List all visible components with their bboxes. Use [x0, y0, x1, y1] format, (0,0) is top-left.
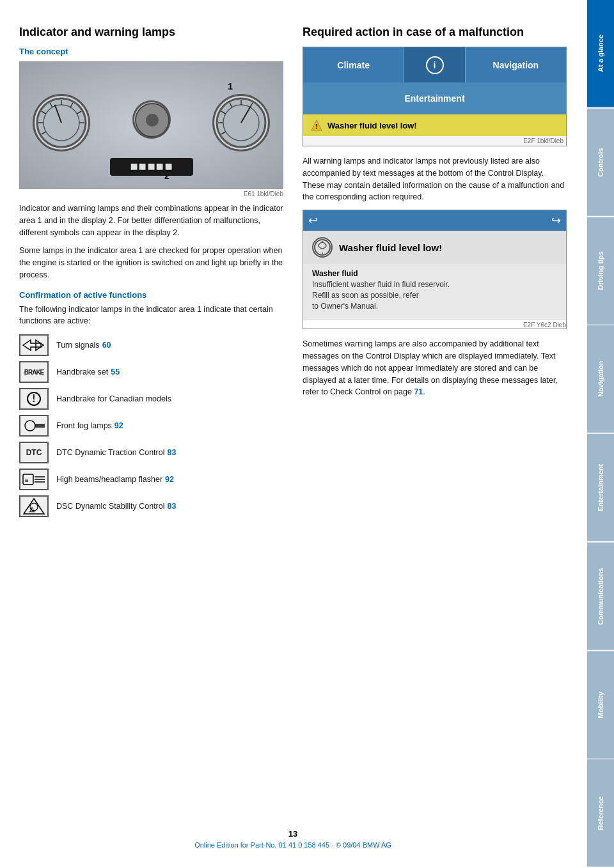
sidebar-item-communications[interactable]: Communications	[587, 543, 614, 650]
footer: 13 Online Edition for Part-No. 01 41 0 1…	[0, 829, 586, 849]
sidebar: At a glance Controls Driving tips Naviga…	[587, 0, 614, 868]
right-column: Required action in case of a malfunction…	[303, 26, 567, 522]
sidebar-item-controls[interactable]: Controls	[587, 109, 614, 216]
sidebar-item-entertainment[interactable]: Entertainment	[587, 434, 614, 541]
gauge-left	[33, 94, 90, 151]
sidebar-item-at-a-glance[interactable]: At a glance	[587, 0, 614, 107]
icon-list: Turn signals60 BRAKE Handbrake set55 ! H…	[19, 334, 283, 518]
body-text-2-right: Sometimes warning lamps are also accompa…	[303, 338, 567, 398]
list-item: BRAKE Handbrake set55	[19, 360, 283, 384]
washer-fluid-icon	[312, 237, 333, 258]
main-content: Indicator and warning lamps The concept	[0, 0, 586, 560]
icon-label-handbrake: Handbrake set55	[56, 368, 120, 376]
icon-turn-signals	[19, 334, 49, 356]
svg-point-21	[146, 114, 159, 127]
screen1-climate: Climate	[303, 47, 404, 82]
sidebar-item-mobility[interactable]: Mobility	[587, 651, 614, 759]
screen2-detail-line1: Insufficient washer fluid in fluid reser…	[312, 279, 557, 290]
section-title-right: Required action in case of a malfunction	[303, 26, 567, 39]
screen2-image-note: E2F Y6c2 Dieb	[303, 322, 566, 329]
info-circle-icon: i	[426, 56, 444, 74]
section-title-left: Indicator and warning lamps	[19, 26, 283, 39]
confirmation-title: Confirmation of active functions	[19, 290, 283, 300]
screen2-title-text: Washer fluid level low!	[339, 242, 442, 253]
svg-text:≡: ≡	[25, 477, 29, 484]
screen2-detail-line2: Refill as soon as possible, refer	[312, 290, 557, 301]
control-display-screen2: ↩ ↪ Washer fluid level low! Washer fluid	[303, 210, 567, 329]
forward-arrow-icon: ↪	[551, 213, 561, 228]
icon-dtc: DTC	[19, 442, 49, 463]
icon-label-dtc: DTC Dynamic Traction Control83	[56, 448, 176, 457]
back-arrow-icon: ↩	[308, 213, 318, 228]
confirm-body: The following indicator lamps in the ind…	[19, 304, 283, 328]
warning-text: Washer fluid level low!	[327, 121, 417, 130]
svg-text:!: !	[316, 123, 318, 130]
check-control-link[interactable]: 71	[414, 387, 423, 396]
dashboard-image: 1 2 ⬜ ⬜ ⬜ ⬜ ⬜	[19, 61, 283, 189]
icon-high-beams: ≡	[19, 469, 49, 490]
gauge-center	[132, 100, 171, 139]
icon-label-high-beams: High beams/headlamp flasher92	[56, 475, 174, 484]
page-number: 13	[0, 829, 586, 839]
screen1-info-icon: i	[404, 47, 464, 82]
dashboard-display: ⬜ ⬜ ⬜ ⬜ ⬜	[110, 158, 193, 176]
body-text-1-left: Indicator and warning lamps and their co…	[19, 203, 283, 238]
screen1-entertainment: Entertainment	[303, 82, 566, 114]
svg-marker-23	[36, 340, 43, 350]
gauge-right	[212, 94, 270, 151]
sidebar-item-driving-tips[interactable]: Driving tips	[587, 217, 614, 325]
sidebar-item-reference[interactable]: Reference	[587, 759, 614, 867]
list-item: Turn signals60	[19, 334, 283, 357]
icon-label-turn-signals: Turn signals60	[56, 341, 111, 350]
screen1-navigation: Navigation	[465, 47, 566, 82]
svg-point-24	[25, 421, 35, 431]
warning-triangle-icon: !	[311, 120, 322, 131]
screen2-detail-line3: to Owner's Manual.	[312, 301, 557, 312]
list-item: △ DSC Dynamic Stability Control83	[19, 495, 283, 518]
icon-handbrake: BRAKE	[19, 361, 49, 383]
footer-text: Online Edition for Part-No. 01 41 0 158 …	[0, 841, 586, 849]
image-caption-left: E61 1bkl/Dieb	[19, 190, 283, 198]
icon-dsc: △	[19, 495, 49, 517]
screen2-body: Washer fluid Insufficient washer fluid i…	[303, 264, 566, 320]
body-text-2-left: Some lamps in the indicator area 1 are c…	[19, 245, 283, 281]
list-item: ! Handbrake for Canadian models	[19, 387, 283, 410]
sidebar-item-navigation[interactable]: Navigation	[587, 325, 614, 433]
dashboard-label-1: 1	[228, 81, 233, 91]
icon-label-fog: Front fog lamps92	[56, 421, 123, 430]
icon-handbrake-canadian: !	[19, 388, 49, 410]
screen1-warning-bar: ! Washer fluid level low!	[303, 114, 566, 136]
control-display-screen1: Climate i Navigation Entertainment ! W	[303, 47, 567, 146]
icon-label-handbrake-canadian: Handbrake for Canadian models	[56, 394, 171, 403]
icon-label-dsc: DSC Dynamic Stability Control83	[56, 502, 176, 511]
list-item: ≡ High beams/headlamp flasher92	[19, 468, 283, 491]
list-item: DTC DTC Dynamic Traction Control83	[19, 441, 283, 464]
screen2-subtext: Washer fluid	[312, 269, 557, 278]
sub-title-concept: The concept	[19, 47, 283, 56]
body-text-1-right: All warning lamps and indicator lamps no…	[303, 155, 567, 203]
screen2-title-area: Washer fluid level low!	[303, 231, 566, 264]
screen2-header: ↩ ↪	[303, 210, 566, 231]
list-item: Front fog lamps92	[19, 414, 283, 437]
left-column: Indicator and warning lamps The concept	[19, 26, 283, 522]
icon-fog-lamps	[19, 415, 49, 437]
screen1-image-note: E2F 1bkl/Dieb	[303, 136, 566, 146]
